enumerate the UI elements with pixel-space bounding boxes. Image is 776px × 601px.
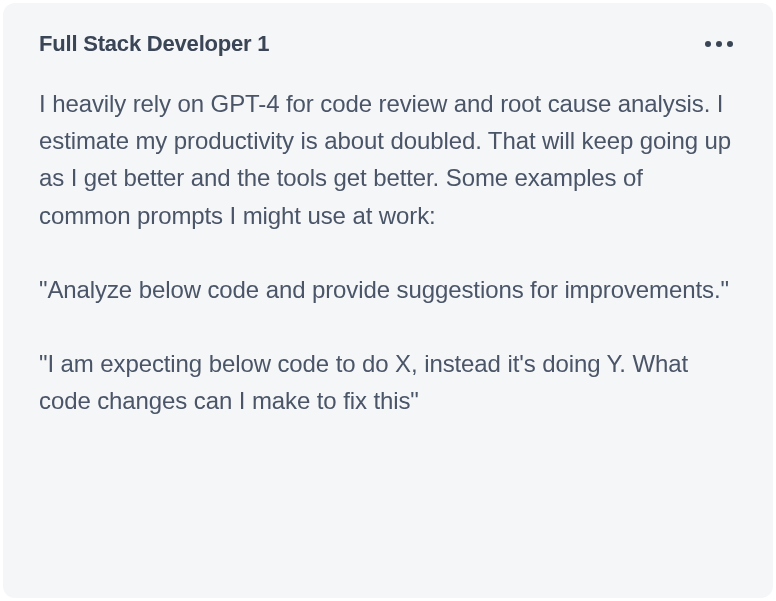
dots-icon [727,41,733,47]
author-name: Full Stack Developer 1 [39,31,269,57]
post-body: I heavily rely on GPT-4 for code review … [39,85,737,419]
more-menu-button[interactable] [701,37,737,51]
post-paragraph: "I am expecting below code to do X, inst… [39,345,737,419]
post-paragraph: I heavily rely on GPT-4 for code review … [39,85,737,234]
dots-icon [716,41,722,47]
post-paragraph: "Analyze below code and provide suggesti… [39,271,737,308]
post-card: Full Stack Developer 1 I heavily rely on… [3,3,773,598]
post-header: Full Stack Developer 1 [39,31,737,57]
dots-icon [705,41,711,47]
